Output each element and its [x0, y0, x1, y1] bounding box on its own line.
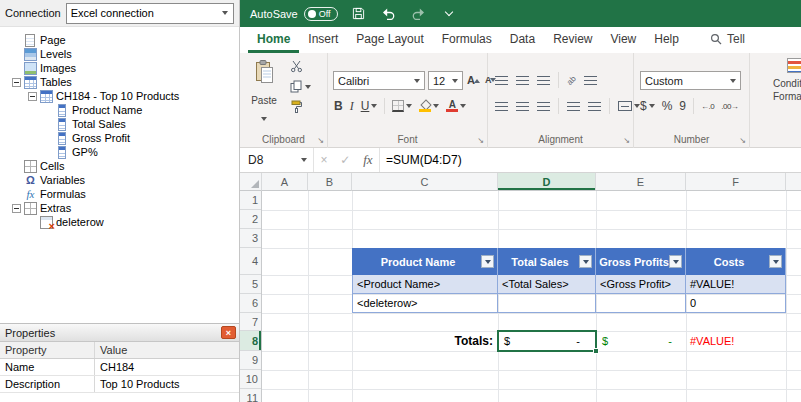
- connection-select[interactable]: Excel connection: [66, 3, 234, 24]
- row-header-11[interactable]: 11: [240, 389, 261, 402]
- filter-dropdown-icon[interactable]: [481, 255, 494, 268]
- tree-item-gp-pct[interactable]: GP%: [0, 145, 239, 159]
- align-center-icon[interactable]: [516, 102, 529, 111]
- cell-F4[interactable]: Costs: [686, 248, 786, 275]
- row-header-9[interactable]: 9: [240, 351, 261, 370]
- tree-item-formulas[interactable]: Formulas: [0, 187, 239, 201]
- font-color-button[interactable]: [446, 100, 466, 112]
- close-icon[interactable]: [221, 326, 236, 339]
- tree-item-deleterow[interactable]: deleterow: [0, 215, 239, 229]
- column-header-f[interactable]: F: [686, 173, 786, 191]
- tell-me-search[interactable]: Tell: [710, 32, 745, 53]
- dialog-launcher-icon[interactable]: [739, 137, 746, 145]
- dialog-launcher-icon[interactable]: [477, 137, 484, 145]
- align-right-icon[interactable]: [537, 102, 550, 111]
- cell-E4[interactable]: Gross Profits: [596, 248, 686, 275]
- collapse-toggle-icon[interactable]: [12, 78, 21, 87]
- cell-C5[interactable]: <Product Name>: [352, 275, 498, 294]
- save-icon[interactable]: [350, 5, 368, 23]
- wrap-text-icon[interactable]: [584, 76, 597, 85]
- column-header-b[interactable]: B: [308, 173, 352, 191]
- decrease-indent-icon[interactable]: [567, 102, 580, 111]
- undo-icon[interactable]: [380, 5, 398, 23]
- tree-item-gross-profit[interactable]: Gross Profit: [0, 131, 239, 145]
- row-header-5[interactable]: 5: [240, 275, 261, 294]
- cell-D6[interactable]: [498, 294, 596, 313]
- align-middle-icon[interactable]: [516, 76, 529, 85]
- property-row-name[interactable]: Name CH184: [0, 359, 239, 376]
- row-header-6[interactable]: 6: [240, 294, 261, 313]
- row-header-10[interactable]: 10: [240, 370, 261, 389]
- tree-item-product-name[interactable]: Product Name: [0, 103, 239, 117]
- cell-D4[interactable]: Total Sales: [498, 248, 596, 275]
- cell-D8[interactable]: $ -: [498, 331, 596, 351]
- tree-item-levels[interactable]: Levels: [0, 47, 239, 61]
- cut-button[interactable]: [290, 60, 311, 73]
- borders-button[interactable]: [392, 100, 412, 112]
- filter-dropdown-icon[interactable]: [669, 255, 682, 268]
- tab-review[interactable]: Review: [544, 26, 601, 53]
- dialog-launcher-icon[interactable]: [317, 137, 324, 145]
- redo-icon[interactable]: [410, 5, 428, 23]
- font-name-select[interactable]: Calibri: [333, 71, 425, 90]
- tab-formulas[interactable]: Formulas: [433, 26, 501, 53]
- underline-button[interactable]: U: [361, 99, 378, 113]
- formula-input[interactable]: =SUM(D4:D7): [380, 148, 801, 172]
- italic-button[interactable]: I: [350, 99, 354, 114]
- tree-item-extras[interactable]: Extras: [0, 201, 239, 215]
- tree-item-ch184[interactable]: CH184 - Top 10 Products: [0, 89, 239, 103]
- dialog-launcher-icon[interactable]: [623, 137, 630, 145]
- number-format-select[interactable]: Custom: [640, 71, 741, 90]
- tree-item-images[interactable]: Images: [0, 61, 239, 75]
- column-header-e[interactable]: E: [596, 173, 686, 191]
- collapse-toggle-icon[interactable]: [12, 204, 21, 213]
- accounting-format-button[interactable]: $: [640, 99, 655, 113]
- tree-item-total-sales[interactable]: Total Sales: [0, 117, 239, 131]
- tab-view[interactable]: View: [601, 26, 645, 53]
- align-bottom-icon[interactable]: [537, 76, 550, 85]
- toggle-switch-icon[interactable]: Off: [304, 7, 338, 21]
- conditional-formatting-button[interactable]: Conditional Formatting: [773, 58, 801, 103]
- increase-indent-icon[interactable]: [588, 102, 601, 111]
- tab-insert[interactable]: Insert: [299, 26, 347, 53]
- row-header-7[interactable]: 7: [240, 313, 261, 331]
- percent-style-button[interactable]: %: [662, 99, 673, 113]
- format-painter-button[interactable]: [290, 100, 311, 113]
- tree-item-cells[interactable]: Cells: [0, 159, 239, 173]
- column-header-d[interactable]: D: [498, 173, 596, 191]
- column-header-a[interactable]: A: [262, 173, 308, 191]
- fill-color-button[interactable]: [419, 100, 439, 112]
- customize-toolbar-icon[interactable]: [440, 5, 458, 23]
- autosave-toggle[interactable]: AutoSave Off: [250, 7, 338, 21]
- decrease-decimal-button[interactable]: [721, 102, 738, 111]
- collapse-toggle-icon[interactable]: [28, 92, 37, 101]
- align-top-icon[interactable]: [495, 76, 508, 85]
- tree-item-variables[interactable]: Variables: [0, 173, 239, 187]
- cell-C8[interactable]: Totals:: [352, 331, 498, 351]
- row-header-4[interactable]: 4: [240, 248, 261, 275]
- cell-D5[interactable]: <Total Sales>: [498, 275, 596, 294]
- tab-home[interactable]: Home: [248, 26, 299, 53]
- orientation-icon[interactable]: [565, 74, 578, 87]
- name-box[interactable]: D8: [240, 148, 314, 172]
- column-header-partial[interactable]: [786, 173, 801, 191]
- filter-dropdown-icon[interactable]: [579, 255, 592, 268]
- cancel-icon[interactable]: ×: [320, 153, 327, 167]
- column-header-c[interactable]: C: [352, 173, 498, 191]
- cell-E8[interactable]: $ -: [596, 331, 686, 351]
- enter-icon[interactable]: ✓: [340, 153, 350, 167]
- tree-item-page[interactable]: Page: [0, 33, 239, 47]
- cell-C4[interactable]: Product Name: [352, 248, 498, 275]
- select-all-corner[interactable]: [240, 173, 262, 191]
- chevron-down-icon[interactable]: [216, 4, 233, 23]
- row-header-8[interactable]: 8: [240, 331, 261, 351]
- copy-button[interactable]: [290, 80, 311, 93]
- insert-function-icon[interactable]: fx: [363, 152, 372, 168]
- cell-F5[interactable]: #VALUE!: [686, 275, 786, 294]
- row-header-1[interactable]: 1: [240, 191, 261, 210]
- cell-E6[interactable]: [596, 294, 686, 313]
- cell-E5[interactable]: <Gross Profit>: [596, 275, 686, 294]
- cell-C6[interactable]: <deleterow>: [352, 294, 498, 313]
- tree-item-tables[interactable]: Tables: [0, 75, 239, 89]
- filter-dropdown-icon[interactable]: [769, 255, 782, 268]
